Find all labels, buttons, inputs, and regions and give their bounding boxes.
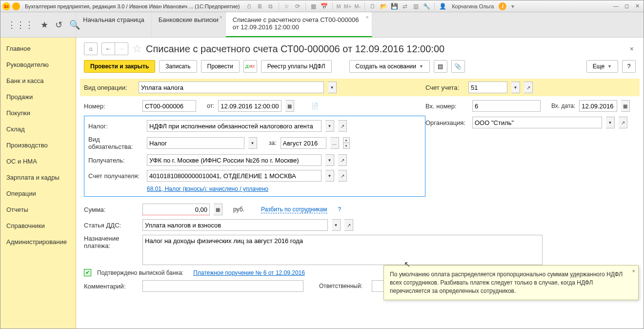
in-date-input[interactable] bbox=[579, 100, 617, 112]
sidebar-item[interactable]: Руководителю bbox=[0, 57, 76, 73]
obligation-input[interactable] bbox=[147, 137, 244, 149]
period-spinner[interactable]: ▲▼ bbox=[343, 137, 350, 149]
dropdown-icon[interactable]: ▼ bbox=[325, 120, 334, 132]
maximize-icon[interactable]: ◻ bbox=[622, 3, 631, 10]
sidebar-item[interactable]: Зарплата и кадры bbox=[0, 169, 76, 185]
sidebar-item[interactable]: Продажи bbox=[0, 89, 76, 105]
dropdown-icon[interactable]: ▼ bbox=[328, 82, 337, 93]
period-input[interactable] bbox=[281, 137, 326, 149]
home-button[interactable]: ⌂ bbox=[84, 42, 98, 55]
more-button[interactable]: Еще▼ bbox=[586, 60, 618, 73]
sidebar-item[interactable]: Администрирование bbox=[0, 234, 76, 250]
split-link[interactable]: Разбить по сотрудникам bbox=[261, 206, 327, 213]
confirmed-checkbox[interactable]: ✔ bbox=[84, 269, 91, 276]
dropdown-icon[interactable]: ▼ bbox=[325, 170, 334, 182]
info-icon[interactable]: i bbox=[499, 2, 506, 10]
new-doc-icon[interactable]: 🗋 bbox=[368, 2, 377, 11]
open-icon[interactable]: ↗ bbox=[338, 154, 347, 166]
sum-input[interactable] bbox=[142, 204, 210, 215]
sidebar-item[interactable]: Покупки bbox=[0, 105, 76, 121]
post-button[interactable]: Провести bbox=[201, 60, 240, 73]
calendar-icon[interactable]: ▦ bbox=[285, 100, 294, 112]
history-tab-icon[interactable]: ↺ bbox=[55, 20, 62, 30]
sidebar-item[interactable]: ОС и НМА bbox=[0, 153, 76, 169]
purpose-input[interactable]: Налог на доходы физических лиц за август… bbox=[142, 235, 543, 265]
recipient-acc-input[interactable] bbox=[147, 170, 322, 182]
tab-start[interactable]: Начальная страница bbox=[76, 12, 152, 37]
recipient-input[interactable] bbox=[147, 154, 322, 166]
comment-input[interactable] bbox=[142, 280, 303, 292]
tab-close-icon[interactable]: × bbox=[365, 14, 368, 20]
help-button[interactable]: ? bbox=[622, 60, 636, 73]
tax-input[interactable] bbox=[147, 120, 322, 132]
info-dd-icon[interactable]: ▾ bbox=[508, 2, 517, 11]
close-window-icon[interactable]: ✕ bbox=[633, 3, 642, 10]
apps-icon[interactable]: ⋮⋮⋮ bbox=[7, 20, 34, 30]
layout-icon[interactable]: ▥ bbox=[411, 2, 420, 11]
dropdown-icon[interactable]: ▼ bbox=[606, 117, 615, 128]
favorite-star-icon[interactable]: ☆ bbox=[132, 42, 142, 55]
dtkt-button[interactable]: ДтКт bbox=[243, 60, 257, 73]
m-icon[interactable]: M bbox=[337, 3, 341, 9]
tooltip-close-icon[interactable]: × bbox=[632, 267, 635, 275]
dropdown-icon[interactable]: ▼ bbox=[511, 82, 520, 93]
dropdown-icon[interactable]: ▼ bbox=[248, 137, 257, 149]
ellipsis-icon[interactable]: … bbox=[330, 137, 339, 149]
save-icon[interactable]: 💾 bbox=[390, 2, 399, 11]
open-icon[interactable]: ↗ bbox=[619, 117, 627, 128]
star-icon[interactable]: ☆ bbox=[282, 2, 291, 11]
nav-forward-button[interactable]: → bbox=[115, 42, 128, 55]
save-button[interactable]: Записать bbox=[159, 60, 197, 73]
tooltip: × По умолчанию оплата распределяется про… bbox=[383, 265, 639, 300]
tab-bank[interactable]: Банковские выписки× bbox=[152, 12, 226, 37]
fav-icon[interactable]: ★ bbox=[40, 20, 48, 30]
history-icon[interactable]: ⟳ bbox=[293, 2, 302, 11]
calc-icon[interactable]: ▦ bbox=[309, 2, 318, 11]
calc-icon[interactable]: ▦ bbox=[214, 204, 222, 215]
copy-icon[interactable]: ⧉ bbox=[266, 2, 275, 11]
dds-input[interactable] bbox=[142, 219, 328, 231]
tab-close-icon[interactable]: × bbox=[219, 14, 222, 20]
open-icon[interactable]: ↗ bbox=[524, 82, 533, 93]
attach-button[interactable]: 📎 bbox=[451, 60, 465, 73]
print-icon[interactable]: ⎙ bbox=[245, 2, 254, 11]
minimize-icon[interactable]: — bbox=[611, 3, 620, 10]
back-circle-icon[interactable] bbox=[12, 2, 20, 10]
sidebar-item[interactable]: Отчеты bbox=[0, 202, 76, 218]
nav-back-button[interactable]: ← bbox=[101, 42, 115, 55]
m-plus-icon[interactable]: M+ bbox=[344, 3, 352, 9]
m-minus-icon[interactable]: M- bbox=[354, 3, 361, 9]
close-page-icon[interactable]: × bbox=[628, 43, 636, 55]
create-based-button[interactable]: Создать на основании▼ bbox=[349, 60, 430, 73]
in-number-input[interactable] bbox=[472, 100, 541, 112]
date-input[interactable] bbox=[218, 100, 282, 112]
account-input[interactable] bbox=[468, 82, 507, 93]
compare-icon[interactable]: ⇄ bbox=[401, 2, 409, 11]
dropdown-icon[interactable]: ▼ bbox=[325, 154, 334, 166]
tax-link[interactable]: 68.01, Налог (взносы): начислено / уплач… bbox=[147, 185, 268, 192]
payment-order-link[interactable]: Платежное поручение № 6 от 12.09.2016 bbox=[193, 269, 305, 276]
org-input[interactable] bbox=[472, 117, 602, 128]
post-close-button[interactable]: Провести и закрыть bbox=[84, 60, 155, 73]
doc-icon[interactable]: 🗎 bbox=[256, 2, 264, 11]
dropdown-icon[interactable]: ▼ bbox=[332, 219, 341, 231]
split-help-icon[interactable]: ? bbox=[338, 206, 342, 213]
sidebar-item[interactable]: Банк и касса bbox=[0, 73, 76, 89]
tools-icon[interactable]: 🔧 bbox=[422, 2, 431, 11]
calendar-icon[interactable]: ▦ bbox=[621, 100, 630, 112]
sidebar-item[interactable]: Главное bbox=[0, 41, 76, 57]
sidebar-item[interactable]: Производство bbox=[0, 137, 76, 153]
sidebar-item[interactable]: Склад bbox=[0, 121, 76, 137]
ndfl-registry-button[interactable]: Реестр уплаты НДФЛ bbox=[261, 60, 332, 73]
open-icon[interactable]: ↗ bbox=[338, 120, 347, 132]
calendar-icon[interactable]: 📅 bbox=[320, 2, 329, 11]
sidebar-item[interactable]: Справочники bbox=[0, 218, 76, 234]
open-icon[interactable]: ↗ bbox=[338, 170, 347, 182]
op-type-input[interactable] bbox=[139, 82, 324, 93]
open-icon[interactable]: 📂 bbox=[379, 2, 388, 11]
tab-document[interactable]: Списание с расчетного счета СТ00-000006 … bbox=[226, 12, 372, 37]
report-button[interactable]: ▤ bbox=[434, 60, 447, 73]
number-input[interactable] bbox=[142, 100, 196, 112]
sidebar-item[interactable]: Операции bbox=[0, 185, 76, 202]
open-icon[interactable]: ↗ bbox=[344, 219, 353, 231]
